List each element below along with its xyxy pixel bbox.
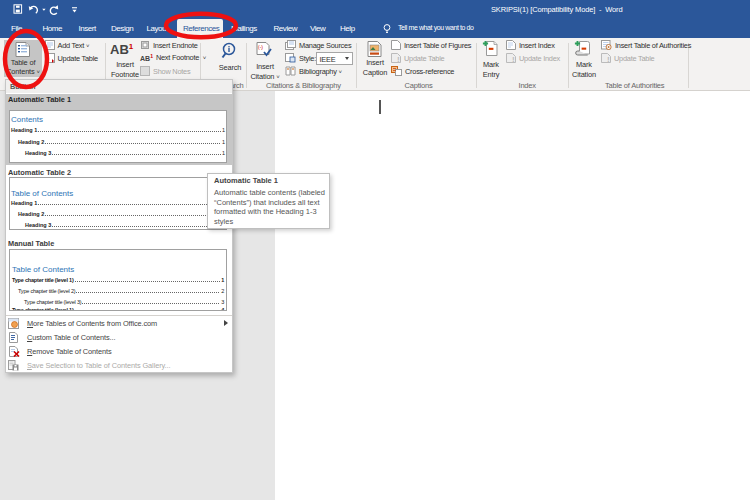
svg-text:!: ! (397, 55, 400, 63)
svg-text:!: ! (512, 55, 515, 63)
svg-text:!: ! (607, 55, 610, 63)
svg-text:(-): (-) (258, 44, 263, 50)
